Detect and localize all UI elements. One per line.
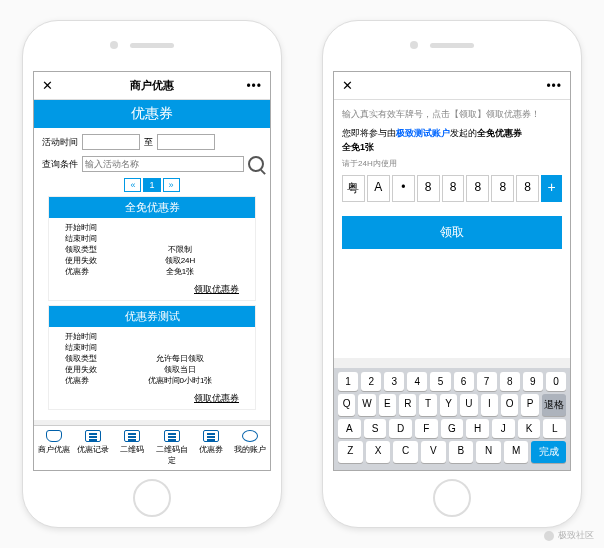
key[interactable]: Z	[338, 441, 363, 463]
key[interactable]: L	[543, 419, 566, 438]
key[interactable]: D	[389, 419, 412, 438]
account-link[interactable]: 极致测试账户	[396, 128, 450, 138]
key[interactable]: S	[364, 419, 387, 438]
section-header: 优惠券	[34, 100, 270, 128]
plate-cell[interactable]: 8	[442, 175, 465, 202]
plate-add-button[interactable]: +	[541, 175, 562, 202]
tab-label: 商户优惠	[34, 444, 73, 455]
key[interactable]: 4	[407, 372, 427, 391]
key-done[interactable]: 完成	[531, 441, 566, 463]
tab-item[interactable]: 我的账户	[231, 426, 270, 470]
tab-label: 二维码自定	[152, 444, 191, 466]
plate-cell[interactable]: •	[392, 175, 415, 202]
tab-item[interactable]: 优惠券	[191, 426, 230, 470]
pager-prev[interactable]: «	[124, 178, 141, 192]
key[interactable]: C	[393, 441, 418, 463]
key[interactable]: A	[338, 419, 361, 438]
key[interactable]: B	[449, 441, 474, 463]
phone-left: ✕ 商户优惠 ••• 优惠券 活动时间 至 查询条件 «	[22, 20, 282, 528]
coupon-value: 领取当日	[121, 364, 239, 375]
filter-time-row: 活动时间 至	[40, 134, 264, 150]
key[interactable]: T	[419, 394, 436, 416]
key[interactable]: 9	[523, 372, 543, 391]
more-icon[interactable]: •••	[246, 79, 262, 93]
key[interactable]: 3	[384, 372, 404, 391]
plate-cell[interactable]: 粤	[342, 175, 365, 202]
coupon-card: 优惠券测试开始时间结束时间领取类型允许每日领取使用失效领取当日优惠券优惠时间0小…	[48, 305, 256, 410]
key[interactable]: X	[366, 441, 391, 463]
tab-item[interactable]: 商户优惠	[34, 426, 73, 470]
plate-cell[interactable]: 8	[516, 175, 539, 202]
key[interactable]: H	[466, 419, 489, 438]
coupon-key: 优惠券	[65, 266, 121, 277]
plate-cell[interactable]: 8	[491, 175, 514, 202]
coupon-key: 开始时间	[65, 222, 121, 233]
coupon-value: 领取24H	[121, 255, 239, 266]
key[interactable]: R	[399, 394, 416, 416]
key[interactable]: 5	[430, 372, 450, 391]
more-icon[interactable]: •••	[546, 79, 562, 93]
coupon-key: 使用失效	[65, 364, 121, 375]
tab-icon	[203, 430, 219, 442]
tab-icon	[242, 430, 258, 442]
key[interactable]: 退格	[542, 394, 566, 416]
claim-button[interactable]: 领取	[342, 216, 562, 249]
end-date-input[interactable]	[157, 134, 215, 150]
key[interactable]: O	[501, 394, 518, 416]
search-input[interactable]	[82, 156, 244, 172]
plate-cell[interactable]: 8	[466, 175, 489, 202]
key[interactable]: Q	[338, 394, 355, 416]
key[interactable]: V	[421, 441, 446, 463]
plate-cell[interactable]: A	[367, 175, 390, 202]
coupon-value: 允许每日领取	[121, 353, 239, 364]
plate-cell[interactable]: 8	[417, 175, 440, 202]
key[interactable]: 7	[477, 372, 497, 391]
key[interactable]: J	[492, 419, 515, 438]
key[interactable]: Y	[440, 394, 457, 416]
close-icon[interactable]: ✕	[42, 78, 53, 93]
tab-icon	[124, 430, 140, 442]
start-date-input[interactable]	[82, 134, 140, 150]
tab-item[interactable]: 优惠记录	[73, 426, 112, 470]
key[interactable]: 8	[500, 372, 520, 391]
tab-item[interactable]: 二维码自定	[152, 426, 191, 470]
phone-right: ✕ ••• 输入真实有效车牌号，点击【领取】领取优惠券！ 您即将参与由极致测试账…	[322, 20, 582, 528]
key[interactable]: 6	[454, 372, 474, 391]
tab-label: 二维码	[113, 444, 152, 455]
key[interactable]: G	[441, 419, 464, 438]
key[interactable]: U	[460, 394, 477, 416]
key[interactable]: 1	[338, 372, 358, 391]
close-icon[interactable]: ✕	[342, 78, 353, 93]
key[interactable]: M	[504, 441, 529, 463]
coupon-value	[121, 233, 239, 244]
coupon-card: 全免优惠券开始时间结束时间领取类型不限制使用失效领取24H优惠券全免1张领取优惠…	[48, 196, 256, 301]
key[interactable]: 2	[361, 372, 381, 391]
home-button[interactable]	[133, 479, 171, 517]
key[interactable]: E	[379, 394, 396, 416]
pager: « 1 »	[40, 178, 264, 192]
search-icon[interactable]	[248, 156, 264, 172]
key[interactable]: K	[518, 419, 541, 438]
key[interactable]: P	[521, 394, 538, 416]
claim-link[interactable]: 领取优惠券	[49, 390, 255, 409]
key[interactable]: W	[358, 394, 375, 416]
key[interactable]: F	[415, 419, 438, 438]
tab-item[interactable]: 二维码	[113, 426, 152, 470]
nav-bar: ✕ •••	[334, 72, 570, 100]
tab-label: 优惠记录	[73, 444, 112, 455]
sub-text: 请于24H内使用	[342, 158, 562, 169]
pager-current[interactable]: 1	[143, 178, 160, 192]
coupon-value	[121, 222, 239, 233]
tab-label: 优惠券	[191, 444, 230, 455]
coupon-value: 全免1张	[121, 266, 239, 277]
watermark: 极致社区	[544, 529, 594, 542]
claim-link[interactable]: 领取优惠券	[49, 281, 255, 300]
pager-next[interactable]: »	[163, 178, 180, 192]
time-label: 活动时间	[40, 136, 78, 149]
key[interactable]: I	[481, 394, 498, 416]
home-button[interactable]	[433, 479, 471, 517]
key[interactable]: 0	[546, 372, 566, 391]
tab-icon	[164, 430, 180, 442]
coupon-key: 结束时间	[65, 233, 121, 244]
key[interactable]: N	[476, 441, 501, 463]
